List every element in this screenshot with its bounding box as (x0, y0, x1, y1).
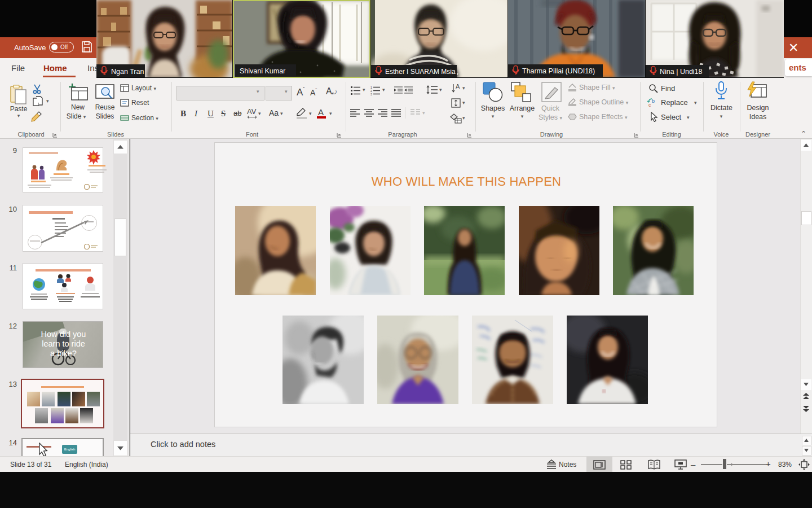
svg-text:3: 3 (370, 93, 372, 95)
svg-text:Nina | Undi18: Nina | Undi18 (660, 68, 703, 76)
svg-text:c: c (648, 102, 651, 108)
svg-text:Shivani Kumar: Shivani Kumar (240, 67, 285, 75)
svg-text:b: b (652, 98, 655, 104)
svg-text:Ngan Tran: Ngan Tran (111, 68, 144, 76)
svg-text:A: A (456, 84, 460, 90)
svg-text:Esther I SUARAM Msia: Esther I SUARAM Msia (385, 68, 456, 76)
svg-text:Tharma Pillai (UNDI18): Tharma Pillai (UNDI18) (522, 67, 595, 75)
